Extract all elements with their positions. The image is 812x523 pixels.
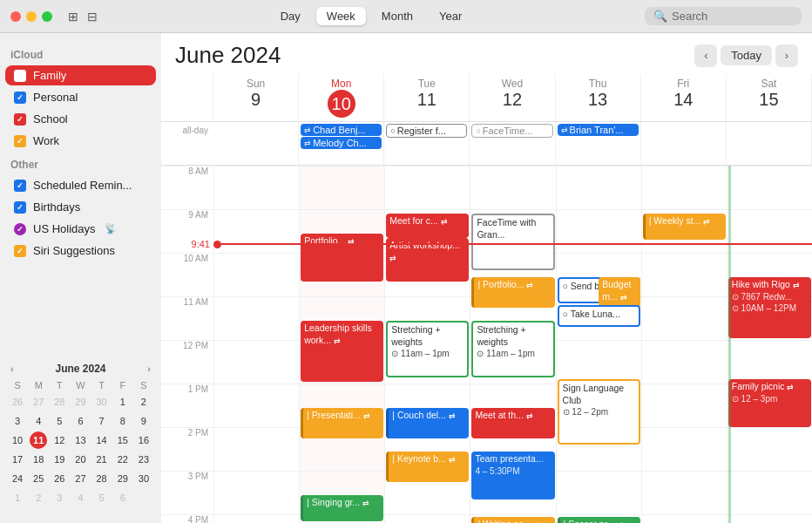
mini-cal-day[interactable]: 2 — [135, 393, 152, 411]
sidebar-item-reminders[interactable]: Scheduled Remin... — [5, 175, 156, 195]
event-stretching-tue[interactable]: Stretching + weights ⊙ 11am – 1pm — [386, 321, 469, 377]
mini-cal-day[interactable]: 6 — [114, 489, 132, 506]
event-couch[interactable]: | Couch del... ⇄ — [386, 408, 469, 438]
event-soccer[interactable]: | Soccer pr... ⇄ — [558, 517, 640, 523]
year-view-btn[interactable]: Year — [429, 7, 472, 25]
mini-cal-day[interactable]: 28 — [51, 393, 68, 411]
mini-cal-day[interactable]: 19 — [51, 451, 68, 468]
sidebar-item-personal[interactable]: Personal — [5, 87, 156, 107]
allday-event-brian[interactable]: ⇄ Brian Tran'... — [558, 124, 639, 136]
slot — [642, 427, 727, 471]
day-header-wed: Wed 12 — [470, 74, 555, 121]
mini-cal-day[interactable]: 29 — [114, 470, 132, 487]
mini-cal-day[interactable]: 1 — [9, 489, 26, 506]
mini-cal-day[interactable]: 25 — [30, 470, 47, 487]
mini-cal-day[interactable]: 4 — [71, 489, 89, 506]
mini-cal-day[interactable]: 27 — [30, 393, 47, 411]
mini-cal-day[interactable]: 9 — [135, 412, 152, 430]
event-detail: ⊙ 12 – 2pm — [563, 406, 635, 418]
mini-cal-day[interactable]: 7 — [93, 412, 111, 430]
mini-cal-day[interactable]: 4 — [30, 412, 47, 430]
event-keynote[interactable]: | Keynote b... ⇄ — [386, 452, 469, 482]
maximize-button[interactable] — [42, 11, 52, 22]
minimize-button[interactable] — [26, 11, 37, 22]
mini-cal-day[interactable]: 10 — [9, 431, 26, 449]
allday-event-register[interactable]: ○ Register f... — [386, 124, 467, 138]
close-button[interactable] — [10, 11, 21, 22]
month-view-btn[interactable]: Month — [371, 7, 423, 25]
mini-cal-day[interactable]: 5 — [51, 412, 68, 430]
mini-cal-day[interactable]: 15 — [114, 431, 132, 449]
mini-cal-day[interactable]: 16 — [135, 431, 152, 449]
sidebar-item-work[interactable]: Work — [5, 131, 156, 151]
mini-cal-day[interactable]: 21 — [93, 451, 111, 468]
next-week-btn[interactable]: › — [775, 44, 798, 67]
mini-cal-day[interactable]: 8 — [114, 412, 132, 430]
mini-cal-day[interactable]: 29 — [71, 393, 89, 411]
event-hike[interactable]: Hike with Rigo ⇄ ⊙ 7867 Redw... ⊙ 10AM –… — [728, 277, 811, 338]
mini-cal-day[interactable]: 24 — [9, 470, 26, 487]
event-facetime-wed[interactable]: FaceTime with Gran... — [471, 214, 554, 270]
mini-cal-day[interactable]: 2 — [30, 489, 47, 506]
sidebar-item-school[interactable]: School — [5, 109, 156, 129]
week-view-btn[interactable]: Week — [316, 7, 366, 25]
allday-event-facetime[interactable]: ○ FaceTime... — [471, 124, 552, 138]
mini-cal-day[interactable]: 27 — [71, 470, 89, 487]
event-portfolio-wed[interactable]: | Portfolio... ⇄ — [471, 277, 554, 308]
event-takeluna[interactable]: ○ Take Luna... — [558, 305, 640, 327]
mini-cal-day[interactable]: 23 — [135, 451, 152, 468]
mini-cal-day[interactable]: 28 — [93, 470, 111, 487]
mini-cal-day[interactable]: 3 — [9, 412, 26, 430]
mini-cal-day[interactable]: 3 — [51, 489, 68, 506]
event-picnic[interactable]: Family picnic ⇄ ⊙ 12 – 3pm — [728, 379, 811, 427]
slot — [557, 209, 641, 253]
today-btn[interactable]: Today — [721, 45, 772, 65]
mini-cal-day[interactable]: 30 — [135, 470, 152, 487]
event-stretching-wed[interactable]: Stretching + weights ⊙ 11am – 1pm — [471, 321, 554, 377]
event-artist[interactable]: Artist workshop... ⇄ — [386, 238, 469, 282]
sidebar-item-family[interactable]: Family — [5, 65, 156, 85]
event-singing[interactable]: | Singing gr... ⇄ — [301, 495, 383, 521]
mini-cal-today[interactable]: 11 — [30, 431, 47, 449]
mini-cal-day[interactable]: 13 — [71, 431, 89, 449]
sidebar-item-birthdays[interactable]: Birthdays — [5, 197, 156, 217]
mini-cal-day[interactable]: 1 — [114, 393, 132, 411]
sidebar-toggle-icon[interactable]: ⊞ — [68, 10, 78, 24]
event-writing[interactable]: | Writing se... ⇄ — [471, 517, 554, 523]
mini-cal-day[interactable]: 20 — [71, 451, 89, 468]
event-signlang[interactable]: Sign Language Club ⊙ 12 – 2pm — [558, 379, 640, 445]
mini-cal-day[interactable]: 22 — [114, 451, 132, 468]
day-name-thu: Thu — [589, 78, 607, 90]
inbox-icon[interactable]: ⊟ — [87, 10, 98, 24]
mini-cal-day[interactable]: 17 — [9, 451, 26, 468]
event-weekly[interactable]: | Weekly st... ⇄ — [643, 214, 726, 240]
event-portfolio-mon[interactable]: Portfolio... ⇄ — [301, 234, 383, 282]
mini-cal-day[interactable]: 18 — [30, 451, 47, 468]
prev-week-btn[interactable]: ‹ — [694, 44, 717, 67]
mini-cal-day[interactable]: 6 — [71, 412, 89, 430]
event-meet[interactable]: Meet for c... ⇄ — [386, 214, 469, 238]
mini-cal-day[interactable]: 12 — [51, 431, 68, 449]
sidebar-item-siri[interactable]: Siri Suggestions — [5, 241, 156, 261]
event-team[interactable]: Team presenta... 4 – 5:30PM — [471, 452, 554, 499]
mini-cal-day[interactable]: 26 — [9, 393, 26, 411]
sidebar-item-holidays[interactable]: US Holidays 📡 — [5, 219, 156, 239]
mini-cal-prev[interactable]: ‹ — [10, 363, 14, 374]
event-meetat[interactable]: Meet at th... ⇄ — [471, 408, 554, 438]
event-title: Portfolio... ⇄ — [304, 235, 355, 246]
event-budget[interactable]: Budget m... ⇄ — [599, 277, 640, 308]
mini-cal-day[interactable]: 26 — [51, 470, 68, 487]
mini-cal-dh-m: M — [28, 378, 49, 392]
allday-event-melody[interactable]: ⇄ Melody Ch... — [301, 137, 382, 149]
mini-cal-day[interactable]: 30 — [93, 393, 111, 411]
mini-cal-day[interactable]: 14 — [93, 431, 111, 449]
day-view-btn[interactable]: Day — [270, 7, 311, 25]
search-box[interactable]: 🔍 Search — [645, 7, 802, 25]
event-leadership[interactable]: Leadership skills work... ⇄ — [301, 321, 383, 382]
event-presentation-mon[interactable]: | Presentati... ⇄ — [301, 408, 383, 438]
mini-cal-next[interactable]: › — [147, 363, 151, 374]
mini-cal-day[interactable]: 5 — [93, 489, 111, 506]
allday-event-chad[interactable]: ⇄ Chad Benj... — [301, 124, 382, 136]
day-name-sat: Sat — [761, 78, 776, 90]
time-1pm: 1 PM — [161, 384, 213, 427]
